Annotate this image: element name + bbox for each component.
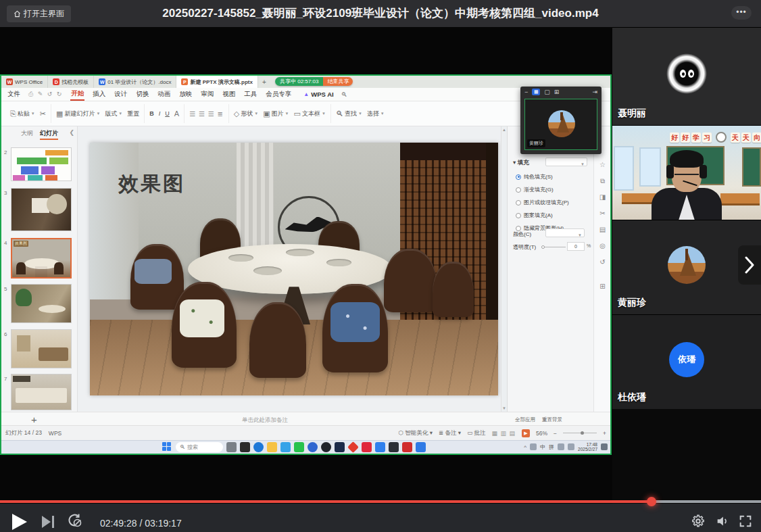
- copy-style-icon: ⧉: [598, 176, 607, 185]
- slide-number: 2: [4, 149, 9, 155]
- headphone-earcup: [699, 165, 707, 178]
- banner-char-card: 天: [741, 132, 751, 143]
- shared-desktop-frame: W WPS Office D 找稻壳模板 W 01 毕业设计（论文）.docx …: [0, 74, 612, 455]
- video-player-app: 打开主界面 20250227-145852_聂明丽_环设2109班毕业设计（论文…: [0, 0, 761, 532]
- slide-thumbnail-floorplan: [11, 147, 72, 181]
- radio-selected-icon: [516, 174, 521, 180]
- chevron-down-icon: ▼: [578, 231, 582, 239]
- taskbar-search: 🔍︎ 搜索: [176, 442, 223, 452]
- clipboard-group: ⎘ 粘贴 ▼ ✂: [5, 104, 51, 123]
- fill-option-label: 纯色填充(S): [524, 173, 553, 180]
- fill-section-header: ▾ 填充: [513, 159, 529, 167]
- add-slide-plus-button: +: [31, 414, 37, 425]
- chevron-right-icon: [744, 256, 755, 274]
- participant-tile-1[interactable]: 聂明丽: [612, 27, 761, 125]
- mountain-shape: [680, 253, 696, 276]
- participants-sidebar: 聂明丽 好 好 学 习 天 天 向: [612, 27, 761, 504]
- shape-icon: ◇: [234, 110, 239, 118]
- caret-icon: ▼: [358, 112, 362, 116]
- meeting-share-indicator: 共享中 02:57:03 结束共享: [275, 77, 353, 86]
- picture-label: 图片: [272, 110, 284, 118]
- outline-tab: 大纲: [21, 129, 33, 140]
- insert-group: ◇ 形状 ▼ ▣ 图片 ▼ ▭ 文本框 ▼: [229, 104, 331, 123]
- scroll-up-icon: ▲: [502, 128, 506, 132]
- new-slide-label: 新建幻灯片: [64, 110, 95, 118]
- fill-option-label: 图片或纹理填充(P): [524, 199, 569, 206]
- reset-button: 重置: [127, 110, 139, 118]
- italic-button: I: [159, 110, 161, 117]
- play-button[interactable]: [12, 514, 27, 530]
- taskbar-app-icon: [321, 442, 331, 452]
- banner-clock: [716, 132, 727, 143]
- tray-expand-icon: ^: [524, 444, 526, 450]
- pptx-tab-label: 新建 PPTX 演示文稿.pptx: [190, 78, 252, 86]
- chair-shape: [433, 262, 473, 317]
- seek-bar[interactable]: [0, 500, 761, 503]
- layout-button: 版式 ▼: [105, 110, 122, 118]
- slide-thumbnail-kitchen: [11, 374, 72, 410]
- sharing-status-badge: 共享中 02:57:03: [275, 77, 323, 86]
- new-tab-button: +: [258, 76, 270, 88]
- person-glasses: [674, 169, 699, 175]
- align-icons: ☰ ☰ ☰ ≣: [189, 110, 224, 118]
- time-display: 02:49:28 / 03:19:17: [100, 518, 182, 529]
- caret-icon: ▼: [380, 112, 385, 116]
- menu-search-icon: 🔍︎: [341, 91, 347, 98]
- docx-tab: W 01 毕业设计（论文）.docx: [94, 76, 176, 88]
- new-slide-button: ▦ 新建幻灯片 ▼: [56, 110, 100, 118]
- video-content[interactable]: W WPS Office D 找稻壳模板 W 01 毕业设计（论文）.docx …: [0, 27, 612, 504]
- menu-file: 文件: [7, 89, 21, 100]
- next-participants-button[interactable]: [738, 245, 761, 285]
- taskbar-app-icon: [362, 442, 372, 452]
- slide-group: ▦ 新建幻灯片 ▼ 版式 ▼ 重置: [51, 104, 145, 123]
- tray-notification-icon: [601, 443, 608, 450]
- percent-sign: %: [587, 243, 591, 248]
- transparency-slider: [543, 247, 566, 247]
- zoom-percent: 56%: [536, 430, 547, 437]
- seek-bar-handle[interactable]: [647, 497, 656, 506]
- caret-icon: ▼: [322, 112, 326, 116]
- banner-char-card: 学: [691, 132, 701, 143]
- presentation-doc-icon: P: [181, 78, 188, 85]
- banner-char-card: 向: [752, 132, 761, 143]
- notes-label: 备注: [445, 429, 456, 436]
- participant-name: 黄丽珍: [618, 297, 646, 309]
- history-icon: ↺: [598, 258, 607, 266]
- volume-button[interactable]: [715, 514, 730, 529]
- menu-transition: 切换: [135, 89, 149, 100]
- wps-ai-label: WPS AI: [311, 91, 333, 98]
- color-label: 颜色(C): [513, 231, 531, 238]
- fullscreen-button[interactable]: [738, 514, 753, 529]
- chair-shape: [249, 302, 307, 378]
- participant-name: 杜依璠: [618, 391, 646, 404]
- search-placeholder: 搜索: [187, 443, 198, 451]
- color-dropdown: ▼: [545, 228, 585, 237]
- search-icon: 🔍︎: [180, 444, 185, 450]
- quick-access-icons: ⎙ ✎ ↺ ↻: [28, 91, 63, 98]
- fill-option-label: 图案填充(A): [524, 212, 553, 219]
- loop-timer-button[interactable]: [67, 512, 83, 529]
- comments-label: 批注: [474, 429, 486, 436]
- comments-button: ▭ 批注: [467, 429, 485, 437]
- paragraph-group: ☰ ☰ ☰ ≣: [185, 104, 229, 123]
- notes-placeholder: 单击此处添加备注: [242, 416, 288, 425]
- meeting-floating-panel: − ▦ ▢ ⊞ ⇥ 黄丽珍: [520, 87, 602, 154]
- textbox-button: ▭ 文本框 ▼: [294, 110, 326, 118]
- menu-slideshow: 放映: [178, 89, 193, 100]
- menu-insert: 插入: [92, 89, 106, 100]
- new-slide-icon: ▦: [56, 110, 63, 118]
- slide-number: 4: [4, 240, 9, 246]
- view-mode-icons: ▦ ▥ ▤: [492, 430, 516, 437]
- slide-number: 3: [4, 190, 9, 196]
- participant-tile-4[interactable]: 依璠 杜依璠: [612, 314, 761, 409]
- slides-tab: 幻灯片: [40, 129, 58, 140]
- menu-design: 设计: [114, 89, 128, 100]
- person-hair: [670, 150, 704, 168]
- bold-button: B: [149, 110, 154, 117]
- participant-tile-2-video[interactable]: 好 好 学 习 天 天 向: [612, 125, 761, 220]
- taskbar-clock: 17:48 2025/2/27: [578, 442, 597, 452]
- zoom-out-icon: −: [554, 430, 557, 437]
- table-dish: [228, 254, 253, 262]
- settings-button[interactable]: [691, 514, 706, 529]
- more-options-button[interactable]: •••: [731, 6, 752, 20]
